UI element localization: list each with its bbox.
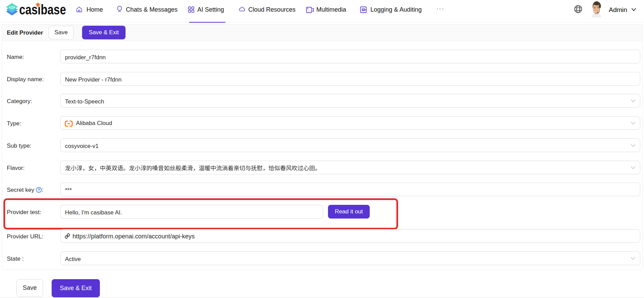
svg-text:?: ? — [38, 188, 40, 192]
svg-text:</>: </> — [9, 5, 15, 10]
